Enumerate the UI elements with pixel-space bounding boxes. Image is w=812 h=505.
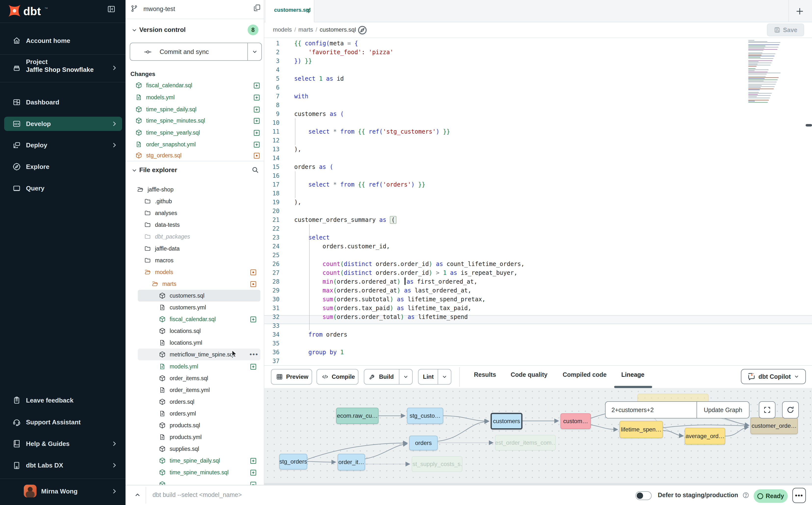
stage-plus-badge[interactable]: [253, 141, 261, 148]
code-line-24[interactable]: 24 orders.customer_id,: [264, 242, 812, 251]
changed-file-models.yml[interactable]: models.yml: [132, 92, 264, 103]
stage-plus-badge[interactable]: [253, 82, 261, 89]
tree-item-orders.yml[interactable]: orders.yml: [126, 408, 264, 419]
panel-tab-code-quality[interactable]: Code quality: [511, 371, 547, 378]
chevron-down-icon[interactable]: [131, 27, 138, 33]
code-line-28[interactable]: 28 min(orders.ordered_at) as first_order…: [264, 277, 812, 286]
dot-badge[interactable]: [250, 269, 257, 276]
lint-button[interactable]: Lint: [418, 369, 451, 385]
lineage-node-orders[interactable]: orders: [409, 436, 438, 450]
lineage-node-test_supply_costs_s[interactable]: test_supply_costs_s…: [412, 456, 462, 472]
lineage-node-lifetime_spen[interactable]: lifetime_spen…: [620, 421, 663, 438]
sidebar-item-account-home[interactable]: Account home: [0, 34, 126, 47]
code-line-12[interactable]: 12: [264, 136, 812, 145]
sidebar-item-leave-feedback[interactable]: Leave feedback: [0, 393, 126, 407]
tree-item-order_items.sql[interactable]: order_items.sql: [126, 373, 264, 384]
update-graph-button[interactable]: Update Graph: [696, 401, 750, 418]
lineage-node-customer_orde[interactable]: customer_orde…: [751, 417, 798, 434]
code-line-11[interactable]: 11 select * from {{ ref('stg_customers')…: [264, 127, 812, 136]
code-line-6[interactable]: 6: [264, 83, 812, 92]
breadcrumb-file[interactable]: customers.sql: [320, 26, 356, 33]
panel-tab-lineage[interactable]: Lineage: [621, 371, 644, 378]
code-line-1[interactable]: 1{{ config(meta = {: [264, 39, 812, 48]
lineage-selector-input[interactable]: 2+customers+2: [605, 401, 696, 418]
code-line-22[interactable]: 22: [264, 224, 812, 233]
changed-file-fiscal_calendar.sql[interactable]: fiscal_calendar.sql: [132, 80, 264, 91]
code-line-36[interactable]: 36 group by 1: [264, 348, 812, 357]
tree-item-partial[interactable]: [126, 479, 264, 485]
expand-command-bar-icon[interactable]: [134, 491, 141, 499]
code-line-25[interactable]: 25: [264, 251, 812, 260]
lineage-node-ecomraw_cu[interactable]: ecom.raw_cu…: [336, 408, 378, 424]
tree-item-time_spine_minutes.sql[interactable]: time_spine_minutes.sql: [126, 467, 264, 478]
plus-badge[interactable]: [250, 457, 257, 465]
code-line-14[interactable]: 14: [264, 154, 812, 163]
collapse-sidebar-icon[interactable]: [107, 5, 116, 13]
tree-item-order_items.yml[interactable]: order_items.yml: [126, 385, 264, 395]
code-line-15[interactable]: 15orders as (: [264, 163, 812, 171]
code-line-23[interactable]: 23 select: [264, 233, 812, 242]
code-line-16[interactable]: 16: [264, 171, 812, 180]
tree-item-marts[interactable]: marts: [126, 279, 264, 289]
code-line-21[interactable]: 21customer_orders_summary as (: [264, 215, 812, 224]
tree-item-models.yml[interactable]: models.yml: [126, 361, 264, 372]
changed-file-time_spine_yearly.sql[interactable]: time_spine_yearly.sql: [132, 127, 264, 138]
plus-badge[interactable]: [250, 363, 257, 370]
commit-and-sync-button[interactable]: Commit and sync: [130, 43, 262, 61]
lineage-node-stg_custo[interactable]: stg_custo…: [407, 408, 443, 424]
lint-options-chevron[interactable]: [438, 369, 451, 384]
editor-scrollbar-thumb[interactable]: [806, 124, 812, 127]
copy-branch-icon[interactable]: [253, 4, 261, 12]
code-line-7[interactable]: 7with: [264, 92, 812, 101]
plus-badge[interactable]: [250, 469, 257, 476]
tree-item-jaffle-data[interactable]: jaffle-data: [126, 243, 264, 254]
lineage-node-custom[interactable]: custom…: [560, 413, 591, 429]
tab-customers-sql[interactable]: customers.sql: [266, 0, 314, 22]
sidebar-item-deploy[interactable]: Deploy: [0, 138, 126, 152]
minus-badge[interactable]: [250, 481, 257, 485]
tree-item-customers.sql[interactable]: customers.sql: [126, 290, 264, 301]
code-line-3[interactable]: 3}) }}: [264, 57, 812, 65]
tree-item-fiscal_calendar.sql[interactable]: fiscal_calendar.sql: [126, 314, 264, 325]
code-line-20[interactable]: 20: [264, 207, 812, 215]
breadcrumb-models[interactable]: models: [273, 26, 292, 33]
code-line-35[interactable]: 35: [264, 339, 812, 348]
close-tab-icon[interactable]: [305, 7, 311, 14]
code-line-17[interactable]: 17 select * from {{ ref('orders') }}: [264, 180, 812, 189]
breadcrumb-marts[interactable]: marts: [298, 26, 313, 33]
sidebar-item-project[interactable]: ProjectJaffle Shop Snowflake: [0, 61, 126, 83]
tree-item-time_spine_daily.sql[interactable]: time_spine_daily.sql: [126, 455, 264, 466]
stage-plus-badge[interactable]: [253, 106, 261, 113]
stage-plus-badge[interactable]: [253, 94, 261, 101]
tree-item-locations.sql[interactable]: locations.sql: [126, 326, 264, 336]
panel-tab-results[interactable]: Results: [474, 371, 496, 378]
sidebar-item-help-guides[interactable]: Help & Guides: [0, 437, 126, 451]
sidebar-item-dashboard[interactable]: Dashboard: [0, 96, 126, 109]
sidebar-item-dbt-labs-dx[interactable]: dbt Labs DX: [0, 459, 126, 472]
code-editor[interactable]: 1{{ config(meta = {2 'favorite_food': 'p…: [264, 38, 812, 365]
code-line-33[interactable]: 33: [264, 321, 812, 330]
changed-file-order_snapshot.yml[interactable]: order_snapshot.yml: [132, 139, 264, 150]
build-button[interactable]: Build: [364, 369, 413, 385]
tree-item-products.sql[interactable]: products.sql: [126, 420, 264, 431]
code-line-30[interactable]: 30 sum(orders.subtotal) as lifetime_spen…: [264, 295, 812, 304]
lineage-node-average_ord[interactable]: average_ord…: [685, 428, 725, 445]
sidebar-item-explore[interactable]: Explore: [0, 160, 126, 174]
new-tab-button[interactable]: [794, 6, 805, 17]
tree-item-jaffle-shop[interactable]: jaffle-shop: [126, 184, 264, 195]
plus-badge[interactable]: [250, 316, 257, 323]
lineage-node-test_order_items_com[interactable]: test_order_items_com…: [495, 435, 556, 451]
code-line-4[interactable]: 4: [264, 65, 812, 74]
changed-file-stg_orders.sql[interactable]: stg_orders.sql: [132, 150, 264, 161]
code-line-5[interactable]: 5select 1 as id: [264, 74, 812, 83]
code-line-32[interactable]: 32 sum(orders.order_total) as lifetime_s…: [264, 313, 812, 321]
lineage-node-customers[interactable]: customers: [491, 413, 522, 430]
dot-badge[interactable]: [250, 281, 257, 288]
changed-file-time_spine_minutes.sql[interactable]: time_spine_minutes.sql: [132, 115, 264, 126]
tree-item-macros[interactable]: macros: [126, 255, 264, 266]
changed-file-time_spine_daily.sql[interactable]: time_spine_daily.sql: [132, 104, 264, 115]
preview-button[interactable]: Preview: [271, 369, 312, 385]
code-line-9[interactable]: 9customers as (: [264, 110, 812, 119]
code-line-34[interactable]: 34 from orders: [264, 330, 812, 339]
sidebar-item-query[interactable]: Query: [0, 181, 126, 195]
